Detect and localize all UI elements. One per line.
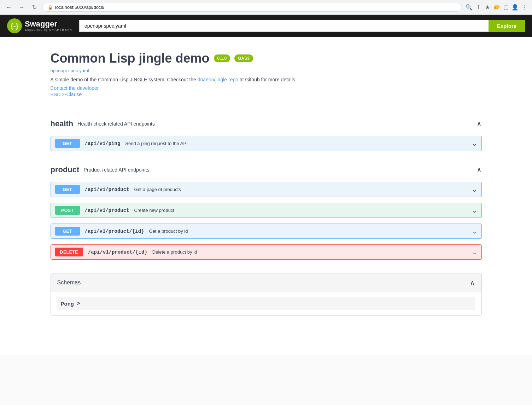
oas-badge: OAS3 bbox=[234, 54, 253, 62]
reload-button[interactable]: ↻ bbox=[30, 3, 39, 12]
swagger-header: {-} Swagger Supported by SMARTBEAR Explo… bbox=[0, 15, 532, 37]
section-product-chevron: ∧ bbox=[477, 166, 482, 174]
section-product-header[interactable]: product Product-related API endpoints ∧ bbox=[51, 161, 482, 179]
endpoint-get-product-chevron: ⌄ bbox=[472, 186, 477, 193]
api-links: Contact the developer BSD 2-Clause bbox=[51, 85, 482, 97]
endpoint-path-get-product-id: /api/v1/product/{id} bbox=[85, 228, 144, 234]
endpoint-get-product-id-left: GET /api/v1/product/{id} Get a product b… bbox=[55, 227, 188, 236]
endpoint-post-product-chevron: ⌄ bbox=[472, 207, 477, 214]
schema-item-pong[interactable]: Pong > bbox=[57, 297, 475, 310]
method-badge-post-product: POST bbox=[55, 206, 80, 215]
back-button[interactable]: ← bbox=[4, 3, 13, 12]
schema-pong-chevron: > bbox=[77, 300, 80, 307]
section-health-chevron: ∧ bbox=[477, 120, 482, 128]
endpoint-get-product-id-chevron: ⌄ bbox=[472, 227, 477, 235]
zoom-icon[interactable]: 🔍 bbox=[466, 4, 473, 11]
endpoint-summary-get-product-id: Get a product by id bbox=[149, 228, 188, 234]
swagger-url-input[interactable] bbox=[79, 20, 489, 32]
method-badge-get-product-id: GET bbox=[55, 227, 80, 236]
menu-icon[interactable]: ⋮ bbox=[521, 4, 528, 11]
endpoint-summary-post-product: Create new product bbox=[134, 208, 174, 213]
api-info-section: Common Lisp jingle demo 0.1.0 OAS3 opena… bbox=[51, 44, 482, 104]
endpoint-delete-product-id[interactable]: DELETE /api/v1/product/{id} Delete a pro… bbox=[51, 244, 482, 260]
swagger-logo-icon: {-} bbox=[7, 18, 22, 33]
endpoint-row-wrapper-delete-product-id: DELETE /api/v1/product/{id} Delete a pro… bbox=[51, 242, 482, 262]
endpoint-path-get-product: /api/v1/product bbox=[85, 187, 129, 192]
section-health-name: health bbox=[51, 119, 74, 128]
endpoint-get-product-left: GET /api/v1/product Get a page of produc… bbox=[55, 185, 181, 194]
endpoint-row-wrapper-post-product: POST /api/v1/product Create new product … bbox=[51, 200, 482, 221]
swagger-subtitle: Supported by SMARTBEAR bbox=[25, 28, 72, 31]
endpoint-summary-delete-product-id: Delete a product by id bbox=[152, 249, 197, 255]
share-icon[interactable]: ⤴ bbox=[475, 4, 482, 11]
swagger-title: Swagger bbox=[25, 20, 72, 28]
method-badge-get-ping: GET bbox=[55, 139, 80, 148]
endpoint-path-post-product: /api/v1/product bbox=[85, 208, 129, 213]
bookmark-icon[interactable]: ★ bbox=[484, 4, 491, 11]
api-title: Common Lisp jingle demo 0.1.0 OAS3 bbox=[51, 51, 482, 66]
schemas-chevron: ∧ bbox=[470, 278, 475, 287]
endpoint-row-wrapper-ping: GET /api/v1/ping Send a ping request to … bbox=[51, 133, 482, 154]
section-product-desc: Product-related API endpoints bbox=[83, 167, 149, 173]
extension-icon[interactable]: 🤛 bbox=[493, 4, 500, 11]
browser-toolbar-icons: 🔍 ⤴ ★ 🤛 ▢ 👤 ⋮ bbox=[466, 4, 528, 11]
explore-button[interactable]: Explore bbox=[489, 20, 525, 32]
endpoint-post-product-left: POST /api/v1/product Create new product bbox=[55, 206, 174, 215]
license-link[interactable]: BSD 2-Clause bbox=[51, 92, 482, 97]
endpoint-row-wrapper-get-product-id: GET /api/v1/product/{id} Get a product b… bbox=[51, 221, 482, 242]
api-description: A simple demo of the Common Lisp JINGLE … bbox=[51, 77, 482, 82]
github-link[interactable]: dnaeon/jingle repo bbox=[198, 77, 238, 82]
endpoint-path-ping: /api/v1/ping bbox=[85, 141, 121, 146]
endpoint-row-wrapper-get-product: GET /api/v1/product Get a page of produc… bbox=[51, 179, 482, 200]
schemas-header[interactable]: Schemas ∧ bbox=[51, 273, 481, 292]
address-bar[interactable]: 🔒 localhost:5000/api/docs/ bbox=[42, 3, 462, 12]
section-health: health Health-check related API endpoint… bbox=[51, 115, 482, 154]
url-text: localhost:5000/api/docs/ bbox=[55, 5, 104, 10]
section-product: product Product-related API endpoints ∧ … bbox=[51, 161, 482, 262]
section-health-endpoints: GET /api/v1/ping Send a ping request to … bbox=[51, 133, 482, 154]
swagger-logo: {-} Swagger Supported by SMARTBEAR bbox=[7, 18, 72, 33]
profile-icon[interactable]: 👤 bbox=[511, 4, 519, 11]
endpoint-get-product[interactable]: GET /api/v1/product Get a page of produc… bbox=[51, 182, 482, 197]
schema-pong-name: Pong bbox=[61, 301, 74, 307]
endpoint-ping-chevron: ⌄ bbox=[472, 140, 477, 147]
endpoint-get-ping-left: GET /api/v1/ping Send a ping request to … bbox=[55, 139, 188, 148]
endpoint-post-product[interactable]: POST /api/v1/product Create new product … bbox=[51, 203, 482, 218]
schemas-title: Schemas bbox=[57, 279, 81, 286]
browser-chrome: ← → ↻ 🔒 localhost:5000/api/docs/ 🔍 ⤴ ★ 🤛… bbox=[0, 0, 532, 15]
contact-link[interactable]: Contact the developer bbox=[51, 85, 482, 91]
section-product-name: product bbox=[51, 165, 80, 174]
section-product-title-area: product Product-related API endpoints bbox=[51, 165, 150, 174]
section-health-desc: Health-check related API endpoints bbox=[77, 121, 155, 127]
endpoint-delete-product-id-left: DELETE /api/v1/product/{id} Delete a pro… bbox=[55, 248, 197, 256]
section-health-header[interactable]: health Health-check related API endpoint… bbox=[51, 115, 482, 133]
version-badge: 0.1.0 bbox=[214, 54, 230, 62]
endpoint-get-product-id[interactable]: GET /api/v1/product/{id} Get a product b… bbox=[51, 224, 482, 239]
section-health-title-area: health Health-check related API endpoint… bbox=[51, 119, 155, 128]
lock-icon: 🔒 bbox=[48, 5, 53, 10]
swagger-content: Common Lisp jingle demo 0.1.0 OAS3 opena… bbox=[43, 37, 489, 323]
layout-icon[interactable]: ▢ bbox=[502, 4, 509, 11]
endpoint-summary-get-product: Get a page of products bbox=[134, 187, 181, 192]
endpoint-path-delete-product-id: /api/v1/product/{id} bbox=[88, 249, 147, 255]
swagger-url-bar: Explore bbox=[79, 20, 525, 32]
forward-button[interactable]: → bbox=[17, 3, 26, 12]
method-badge-get-product: GET bbox=[55, 185, 80, 194]
endpoint-summary-ping: Send a ping request to the API bbox=[125, 141, 187, 146]
schemas-section: Schemas ∧ Pong > bbox=[51, 273, 482, 316]
swagger-logo-text: Swagger Supported by SMARTBEAR bbox=[25, 20, 72, 31]
endpoint-get-ping[interactable]: GET /api/v1/ping Send a ping request to … bbox=[51, 136, 482, 151]
spec-link[interactable]: openapi-spec.yaml bbox=[51, 68, 482, 73]
section-product-endpoints: GET /api/v1/product Get a page of produc… bbox=[51, 179, 482, 262]
method-badge-delete-product-id: DELETE bbox=[55, 248, 83, 256]
endpoint-delete-product-id-chevron: ⌄ bbox=[472, 248, 477, 256]
schemas-body: Pong > bbox=[51, 292, 481, 315]
